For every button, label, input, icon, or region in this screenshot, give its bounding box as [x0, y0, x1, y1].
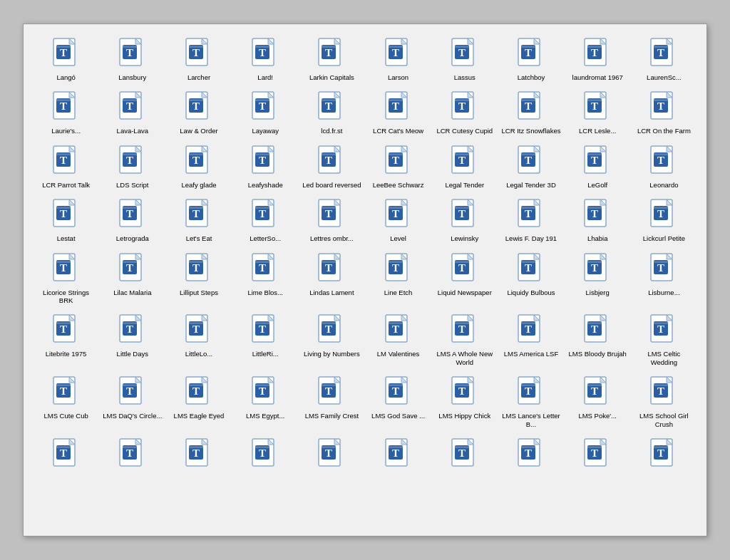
file-item-littlelo---[interactable]: T LittleLo... [166, 311, 231, 370]
file-item-lestat[interactable]: T Lestat [34, 195, 98, 246]
file-item-lms-lance-s-letter-b---[interactable]: T LMS Lance's Letter B... [498, 373, 563, 432]
file-item-layaway[interactable]: T Layaway [233, 88, 298, 138]
file-item-larkin-capitals[interactable]: T Larkin Capitals [299, 34, 364, 85]
file-item-lard-[interactable]: T Lard! [233, 34, 298, 85]
file-item-lettres-ombr---[interactable]: T Lettres ombr... [299, 195, 364, 246]
file-item[interactable]: T [565, 435, 630, 477]
file-item-lms-school-girl-crush[interactable]: T LMS School Girl Crush [632, 373, 696, 432]
file-item-lang-[interactable]: T Langó [34, 34, 98, 85]
file-label: Liquidy Bulbous [507, 289, 555, 296]
file-item-legolf[interactable]: T LeGolf [565, 142, 630, 192]
file-item-leonardo[interactable]: T Leonardo [632, 142, 696, 192]
file-item[interactable]: T [498, 435, 563, 477]
file-item-law---order[interactable]: T Law & Order [166, 88, 231, 138]
file-item-lansbury[interactable]: T Lansbury [100, 34, 165, 85]
file-item-lilliput-steps[interactable]: T Lilliput Steps [166, 249, 231, 308]
file-item-lms-a-whole-new-world[interactable]: T LMS A Whole New World [432, 311, 497, 370]
file-item-lickcurl-petite[interactable]: T Lickcurl Petite [632, 195, 696, 246]
file-item-lcd-fr-st[interactable]: T lcd.fr.st [299, 88, 364, 138]
file-item-liquid-newspaper[interactable]: T Liquid Newspaper [432, 249, 497, 308]
svg-text:T: T [325, 47, 332, 58]
file-item-lms-eagle-eyed[interactable]: T LMS Eagle Eyed [166, 373, 231, 432]
file-item-lcr-itz-snowflakes[interactable]: T LCR Itz Snowflakes [498, 88, 563, 138]
file-item-lindas-lament[interactable]: T Lindas Lament [299, 249, 364, 308]
file-item-letterso---[interactable]: T LetterSo... [233, 195, 298, 246]
file-item-littleri---[interactable]: T LittleRi... [233, 311, 298, 370]
svg-text:T: T [392, 323, 399, 335]
file-item-legal-tender[interactable]: T Legal Tender [432, 142, 497, 192]
svg-text:T: T [591, 262, 598, 274]
file-label: Led board reversed [302, 181, 361, 189]
file-item-larcher[interactable]: T Larcher [166, 34, 231, 85]
file-item-line-etch[interactable]: T Line Etch [366, 249, 431, 308]
file-grid: T Langó T Lansbury T [31, 31, 699, 480]
file-item-lilac-malaria[interactable]: T Lilac Malaria [100, 249, 165, 308]
file-item[interactable]: T [366, 435, 431, 477]
file-item-lcr-parrot-talk[interactable]: T LCR Parrot Talk [34, 142, 98, 192]
svg-text:T: T [525, 447, 532, 459]
file-item-legal-tender-3d[interactable]: T Legal Tender 3D [498, 142, 563, 192]
file-item-laurie-s---[interactable]: T Laurie's... [34, 88, 98, 138]
file-item-lcr-on-the-farm[interactable]: T LCR On the Farm [632, 88, 696, 138]
svg-text:T: T [192, 262, 200, 274]
file-item[interactable]: T [100, 435, 165, 477]
file-label: LCR Cat's Meow [373, 127, 423, 135]
file-item-lms-america-lsf[interactable]: T LMS America LSF [498, 311, 563, 370]
file-item-lms-hippy-chick[interactable]: T LMS Hippy Chick [432, 373, 497, 432]
file-label: LDS Script [116, 181, 148, 189]
file-item-lime-blos---[interactable]: T Lime Blos... [233, 249, 298, 308]
file-item-let-s-eat[interactable]: T Let's Eat [166, 195, 231, 246]
file-item[interactable]: T [432, 435, 497, 477]
file-item-licorice-strings-brk[interactable]: T Licorice Strings BRK [34, 249, 98, 308]
file-item-letrograda[interactable]: T Letrograda [100, 195, 165, 246]
file-item[interactable]: T [166, 435, 231, 477]
file-label: Larkin Capitals [309, 73, 354, 81]
file-item-lms-poke----[interactable]: T LMS Poke'... [565, 373, 630, 432]
svg-text:T: T [525, 262, 532, 274]
file-item-lcr-cat-s-meow[interactable]: T LCR Cat's Meow [366, 88, 431, 138]
file-icon: T [384, 253, 413, 287]
file-item-latchboy[interactable]: T Latchboy [498, 34, 563, 85]
file-item-larson[interactable]: T Larson [366, 34, 431, 85]
file-item-lewinsky[interactable]: T Lewinsky [432, 195, 497, 246]
file-item-litebrite-1975[interactable]: T Litebrite 1975 [34, 311, 98, 370]
svg-text:T: T [126, 447, 133, 459]
file-item-laundromat-1967[interactable]: T laundromat 1967 [565, 34, 630, 85]
file-item-laurensc---[interactable]: T LaurenSc... [632, 34, 696, 85]
file-item-lms-bloody-brujah[interactable]: T LMS Bloody Brujah [565, 311, 630, 370]
file-item-little-days[interactable]: T Little Days [100, 311, 165, 370]
file-item-lava-lava[interactable]: T Lava-Lava [100, 88, 165, 138]
file-item-lassus[interactable]: T Lassus [432, 34, 497, 85]
file-item-liquidy-bulbous[interactable]: T Liquidy Bulbous [498, 249, 563, 308]
file-label: LMS Poke'... [578, 412, 617, 420]
file-item-leafy-glade[interactable]: T Leafy glade [166, 142, 231, 192]
file-icon: T [118, 145, 147, 180]
file-item-lds-script[interactable]: T LDS Script [100, 142, 165, 192]
svg-text:T: T [591, 447, 598, 459]
file-item-level[interactable]: T Level [366, 195, 431, 246]
file-item-leafyshade[interactable]: T Leafyshade [233, 142, 298, 192]
file-item[interactable]: T [34, 435, 98, 477]
file-item[interactable]: T [233, 435, 298, 477]
file-item-leebee-schwarz[interactable]: T LeeBee Schwarz [366, 142, 431, 192]
file-item-living-by-numbers[interactable]: T Living by Numbers [299, 311, 364, 370]
file-item[interactable]: T [632, 435, 696, 477]
file-icon: T [185, 376, 213, 410]
file-item-lhabia[interactable]: T Lhabia [565, 195, 630, 246]
file-item-lcr-cutesy-cupid[interactable]: T LCR Cutesy Cupid [432, 88, 497, 138]
svg-text:T: T [60, 323, 67, 335]
file-item-lms-daq-s-circle---[interactable]: T LMS DaQ's Circle... [100, 373, 165, 432]
svg-text:T: T [392, 47, 399, 58]
file-item-lisburne---[interactable]: T Lisburne... [632, 249, 696, 308]
file-item-lm-valentines[interactable]: T LM Valentines [366, 311, 431, 370]
file-item-lewis-f--day-191[interactable]: T Lewis F. Day 191 [498, 195, 563, 246]
file-item-led-board-reversed[interactable]: T Led board reversed [299, 142, 364, 192]
file-item-lcr-lesle---[interactable]: T LCR Lesle... [565, 88, 630, 138]
file-item-lms-egypt---[interactable]: T LMS Egypt... [233, 373, 298, 432]
file-item-lms-god-save----[interactable]: T LMS God Save ... [366, 373, 431, 432]
file-item[interactable]: T [299, 435, 364, 477]
file-item-lms-cute-cub[interactable]: T LMS Cute Cub [34, 373, 98, 432]
file-item-lms-family-crest[interactable]: T LMS Family Crest [299, 373, 364, 432]
file-item-lisbjerg[interactable]: T Lisbjerg [565, 249, 630, 308]
file-item-lms-celtic-wedding[interactable]: T LMS Celtic Wedding [632, 311, 696, 370]
